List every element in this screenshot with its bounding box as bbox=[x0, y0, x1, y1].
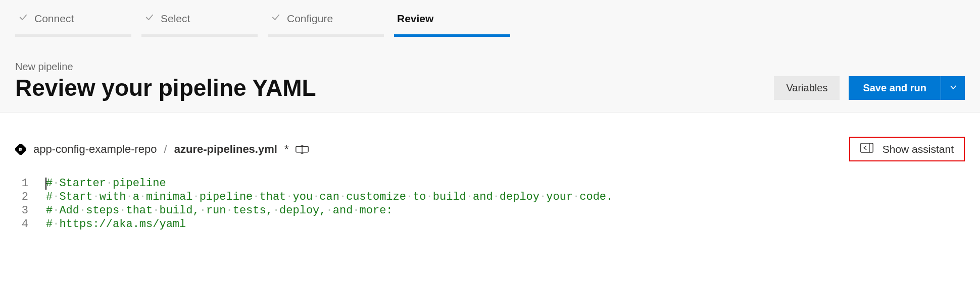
wizard-step-label: Review bbox=[397, 13, 433, 25]
page-title: Review your pipeline YAML bbox=[15, 76, 316, 100]
wizard-step-connect[interactable]: Connect bbox=[15, 7, 131, 37]
show-assistant-button[interactable]: Show assistant bbox=[849, 137, 965, 161]
wizard-step-configure[interactable]: Configure bbox=[268, 7, 384, 37]
chevron-down-icon bbox=[949, 83, 958, 93]
line-number: 1 bbox=[15, 177, 45, 190]
svg-rect-2 bbox=[861, 143, 873, 152]
save-and-run-split: Save and run bbox=[849, 76, 965, 100]
line-number: 2 bbox=[15, 190, 45, 204]
text-cursor bbox=[45, 178, 46, 190]
wizard-steps: Connect Select Configure Review bbox=[15, 0, 965, 37]
wizard-step-select[interactable]: Select bbox=[141, 7, 258, 37]
repo-name[interactable]: app-config-example-repo bbox=[33, 143, 157, 156]
panel-open-icon bbox=[860, 143, 873, 155]
step-underline bbox=[394, 34, 510, 37]
code-line[interactable]: #·https://aka.ms/yaml bbox=[45, 217, 613, 231]
file-name: azure-pipelines.yml bbox=[174, 143, 277, 156]
show-assistant-label: Show assistant bbox=[883, 143, 954, 155]
check-icon bbox=[18, 12, 28, 25]
step-underline bbox=[15, 34, 131, 37]
line-number: 4 bbox=[15, 217, 45, 231]
rename-icon[interactable] bbox=[296, 144, 309, 155]
breadcrumb-separator: / bbox=[164, 143, 167, 156]
wizard-step-label: Connect bbox=[34, 13, 74, 25]
wizard-step-label: Select bbox=[161, 13, 190, 25]
repo-icon bbox=[15, 144, 26, 155]
yaml-editor[interactable]: 1#·Starter·pipeline2#·Start·with·a·minim… bbox=[0, 161, 980, 231]
wizard-step-review[interactable]: Review bbox=[394, 7, 510, 37]
variables-button[interactable]: Variables bbox=[774, 76, 840, 100]
code-line[interactable]: #·Start·with·a·minimal·pipeline·that·you… bbox=[45, 190, 613, 204]
check-icon bbox=[144, 12, 155, 25]
breadcrumb: app-config-example-repo / azure-pipeline… bbox=[15, 143, 309, 156]
code-line[interactable]: #·Starter·pipeline bbox=[45, 177, 613, 190]
eyebrow: New pipeline bbox=[15, 61, 316, 73]
check-icon bbox=[271, 12, 281, 25]
code-line[interactable]: #·Add·steps·that·build,·run·tests,·deplo… bbox=[45, 204, 613, 217]
line-number: 3 bbox=[15, 204, 45, 217]
step-underline bbox=[141, 34, 258, 37]
save-and-run-dropdown[interactable] bbox=[941, 76, 965, 100]
wizard-step-label: Configure bbox=[287, 13, 333, 25]
dirty-indicator: * bbox=[284, 143, 289, 156]
save-and-run-button[interactable]: Save and run bbox=[849, 76, 941, 100]
step-underline bbox=[268, 34, 384, 37]
